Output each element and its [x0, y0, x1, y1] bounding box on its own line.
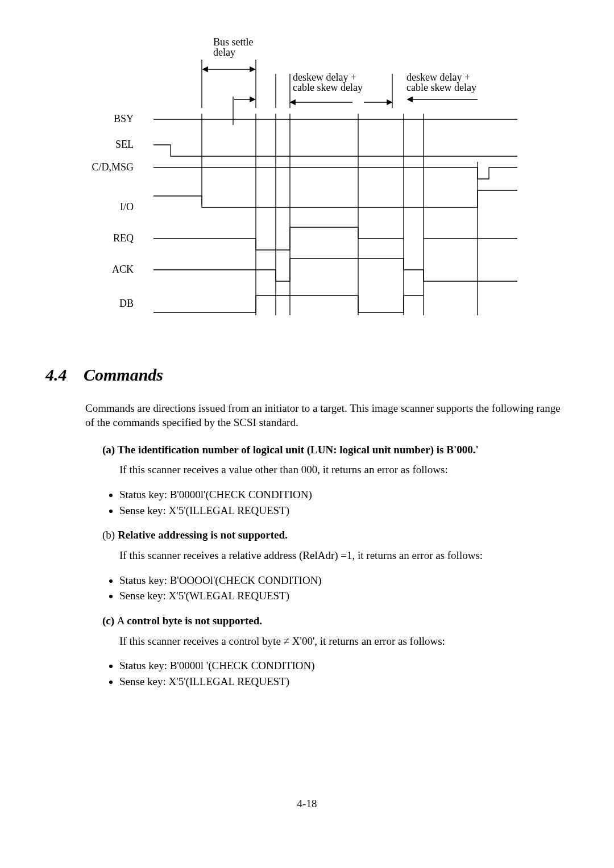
item-b-title: Relative addressing is not supported.: [118, 529, 288, 541]
signal-label-ack: ACK: [112, 264, 134, 275]
item-a-bullet-2: Sense key: X'5'(ILLEGAL REQUEST): [119, 503, 569, 518]
signal-label-bsy: BSY: [114, 113, 134, 124]
label-deskew-1: deskew delay +cable skew delay: [293, 72, 363, 93]
item-c-bullet-1: Status key: B'0000l '(CHECK CONDITION): [119, 658, 569, 673]
page-number: 4-18: [45, 796, 569, 811]
item-c-lead: If this scanner receives a control byte …: [119, 634, 569, 649]
signal-label-sel: SEL: [115, 139, 134, 150]
item-a-bullets: Status key: B'0000l'(CHECK CONDITION) Se…: [119, 487, 569, 518]
label-deskew-2: deskew delay +cable skew delay: [406, 72, 476, 93]
section-title: Commands: [84, 365, 163, 384]
item-a: (a) The identification number of logical…: [102, 443, 569, 477]
section-heading: 4.4 Commands: [45, 364, 569, 387]
section-number: 4.4: [45, 364, 67, 387]
signal-label-db: DB: [119, 298, 134, 309]
signal-label-req: REQ: [113, 232, 134, 244]
item-c-pre: A: [117, 615, 127, 627]
item-a-title: The identification number of logical uni…: [118, 444, 479, 456]
item-c-bullet-2: Sense key: X'5'(ILLEGAL REQUEST): [119, 674, 569, 689]
timing-diagram: .l { stroke:#000; stroke-width:1.3; fill…: [80, 34, 569, 329]
item-a-lead: If this scanner receives a value other t…: [119, 462, 569, 477]
item-c-bullets: Status key: B'0000l '(CHECK CONDITION) S…: [119, 658, 569, 688]
item-c: (c) A control byte is not supported. If …: [102, 614, 569, 648]
item-c-title: control byte is not supported.: [127, 615, 262, 627]
item-b-bullets: Status key: B'OOOOl'(CHECK CONDITION) Se…: [119, 573, 569, 603]
item-a-label: (a): [102, 444, 118, 456]
timing-svg: .l { stroke:#000; stroke-width:1.3; fill…: [80, 34, 546, 329]
item-b-label: (b): [102, 529, 118, 541]
signal-label-io: I/O: [120, 201, 134, 212]
item-b-bullet-1: Status key: B'OOOOl'(CHECK CONDITION): [119, 573, 569, 588]
item-b: (b) Relative addressing is not supported…: [102, 528, 569, 562]
item-b-lead: If this scanner receives a relative addr…: [119, 548, 569, 563]
item-b-bullet-2: Sense key: X'5'(WLEGAL REQUEST): [119, 589, 569, 603]
item-a-bullet-1: Status key: B'0000l'(CHECK CONDITION): [119, 487, 569, 502]
item-c-label: (c): [102, 615, 117, 627]
label-bus-settle: Bus settledelay: [213, 36, 254, 58]
signal-label-cdmsg: C/D,MSG: [92, 161, 134, 173]
intro-paragraph: Commands are directions issued from an i…: [85, 401, 569, 430]
